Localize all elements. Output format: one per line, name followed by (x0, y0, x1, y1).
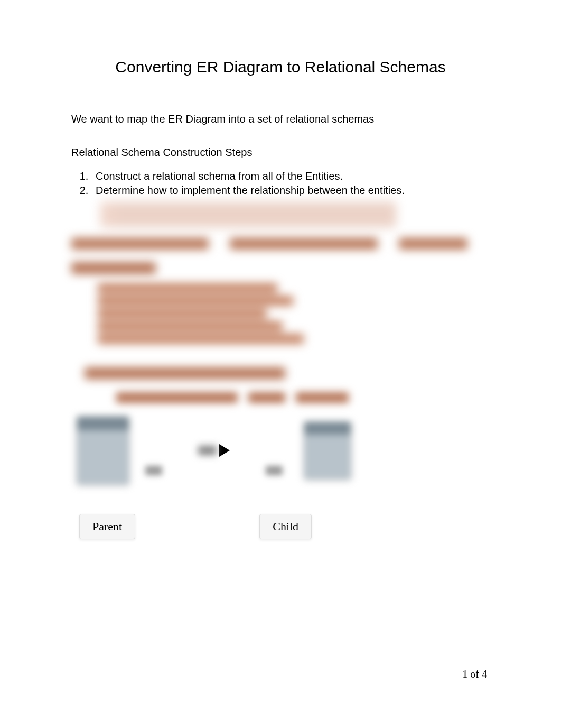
steps-list: Construct a relational schema from all o… (71, 169, 490, 198)
section-heading: Relational Schema Construction Steps (71, 146, 490, 159)
step-item: Determine how to implement the relations… (91, 183, 490, 198)
page-number: 1 of 4 (462, 668, 487, 680)
blurred-content (100, 202, 396, 227)
child-label: Child (259, 514, 312, 539)
blurred-content (98, 283, 490, 344)
er-diagram (77, 416, 490, 485)
blurred-content (71, 262, 156, 274)
relationship-connector (135, 444, 293, 457)
step-item: Construct a relational schema from all o… (91, 169, 490, 183)
blurred-cardinality (145, 466, 162, 475)
blurred-cardinality (266, 466, 283, 475)
parent-label: Parent (79, 514, 135, 539)
blurred-content (71, 238, 478, 252)
diagram-labels: Parent Child (79, 514, 490, 539)
blurred-label (198, 446, 217, 455)
entity-box-parent (77, 416, 129, 485)
blurred-content (85, 367, 285, 379)
blurred-content (116, 392, 364, 403)
intro-paragraph: We want to map the ER Diagram into a set… (71, 113, 490, 125)
entity-box-child (304, 421, 351, 480)
page-title: Converting ER Diagram to Relational Sche… (103, 58, 458, 76)
arrow-icon (219, 444, 230, 457)
